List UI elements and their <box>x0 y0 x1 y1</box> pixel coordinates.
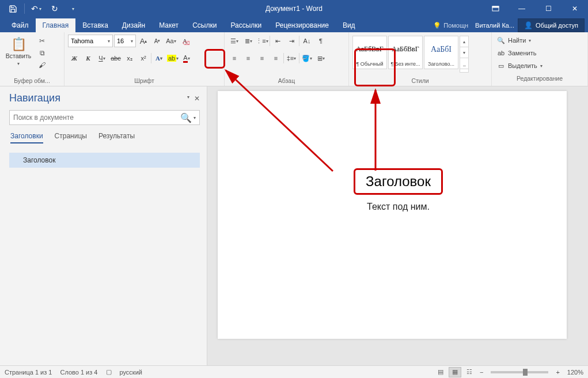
multilevel-button[interactable]: ⋮≡▾ <box>256 35 268 47</box>
paste-button[interactable]: 📋 Вставить▾ <box>3 35 33 74</box>
tab-review[interactable]: Рецензирование <box>268 18 336 32</box>
grow-font-button[interactable]: A▴ <box>137 35 150 47</box>
work-area: Навигация ▾ ✕ 🔍 ▾ Заголовки Страницы Рез… <box>0 86 588 365</box>
zoom-level[interactable]: 120% <box>567 369 583 376</box>
search-icon[interactable]: 🔍 <box>180 112 192 123</box>
increase-indent-button[interactable]: ⇥ <box>285 35 298 47</box>
show-marks-button[interactable]: ¶ <box>314 35 327 47</box>
bold-button[interactable]: Ж <box>68 52 81 65</box>
line-spacing-button[interactable]: ‡≡▾ <box>285 52 298 65</box>
group-label-clipboard: Буфер обм... <box>0 76 64 86</box>
status-page[interactable]: Страница 1 из 1 <box>5 369 52 376</box>
decrease-indent-button[interactable]: ⇤ <box>271 35 284 47</box>
status-language[interactable]: русский <box>120 369 142 376</box>
nav-search-input[interactable] <box>13 114 180 122</box>
tell-me[interactable]: 💡Помощн <box>430 19 472 32</box>
undo-button[interactable]: ↶▾ <box>28 1 44 16</box>
tab-mailings[interactable]: Рассылки <box>223 18 268 32</box>
nav-options-button[interactable]: ▾ <box>187 94 189 103</box>
replace-icon: ab <box>497 50 505 56</box>
numbering-button[interactable]: ≣▾ <box>242 35 255 47</box>
user-name[interactable]: Виталий Ка... <box>472 19 518 32</box>
select-button[interactable]: ▭Выделить ▾ <box>495 60 584 71</box>
view-read-button[interactable]: ▤ <box>434 367 447 377</box>
search-icon: 🔍 <box>497 37 505 44</box>
svg-rect-1 <box>492 6 499 7</box>
window-controls: — ☐ ✕ <box>482 0 588 17</box>
status-bar: Страница 1 из 1 Слово 1 из 4 ▢ русский ▤… <box>0 365 588 378</box>
close-button[interactable]: ✕ <box>562 0 588 17</box>
align-left-button[interactable]: ≡ <box>228 52 241 65</box>
tab-view[interactable]: Вид <box>336 18 362 32</box>
minimize-button[interactable]: — <box>509 0 535 17</box>
styles-gallery-more[interactable]: ▴▾⎯ <box>460 36 469 73</box>
bullets-button[interactable]: ☰▾ <box>228 35 241 47</box>
nav-search-more[interactable]: ▾ <box>194 115 196 120</box>
redo-button[interactable]: ↻ <box>47 1 63 16</box>
format-painter-button[interactable]: 🖌 <box>36 59 48 71</box>
text-effects-button[interactable]: A▾ <box>153 52 165 65</box>
change-case-button[interactable]: Aa▾ <box>165 35 177 47</box>
font-name-combo[interactable]: Tahoma▾ <box>68 35 113 47</box>
find-button[interactable]: 🔍Найти ▾ <box>495 35 584 46</box>
person-icon: 👤 <box>524 21 533 29</box>
borders-button[interactable]: ⊞▾ <box>314 52 327 65</box>
nav-search[interactable]: 🔍 ▾ <box>9 110 200 125</box>
group-styles: АаБбВвГ¶ Обычный АаБбВвГ¶ Без инте... Аа… <box>349 32 492 86</box>
document-page[interactable] <box>218 91 567 339</box>
strike-button[interactable]: abc <box>109 52 122 65</box>
cut-button[interactable]: ✂ <box>36 35 48 47</box>
title-bar: ↶▾ ↻ ▾ Документ1 - Word — ☐ ✕ <box>0 0 588 17</box>
align-center-button[interactable]: ≡ <box>242 52 255 65</box>
nav-tab-pages[interactable]: Страницы <box>55 132 87 143</box>
tab-file[interactable]: Файл <box>5 18 36 32</box>
superscript-button[interactable]: x² <box>137 52 150 65</box>
tab-design[interactable]: Дизайн <box>115 18 152 32</box>
tab-insert[interactable]: Вставка <box>75 18 115 32</box>
replace-button[interactable]: abЗаменить <box>495 47 584 59</box>
view-print-button[interactable]: ▦ <box>449 367 461 377</box>
group-clipboard: 📋 Вставить▾ ✂ ⧉ 🖌 Буфер обм... <box>0 32 65 86</box>
ribbon-options-button[interactable] <box>482 0 509 17</box>
underline-button[interactable]: Ч▾ <box>96 52 108 65</box>
sort-button[interactable]: A↓ <box>301 35 313 47</box>
maximize-button[interactable]: ☐ <box>535 0 562 17</box>
nav-close-button[interactable]: ✕ <box>194 94 200 103</box>
status-words[interactable]: Слово 1 из 4 <box>60 369 97 376</box>
nav-title: Навигация <box>9 92 60 104</box>
justify-button[interactable]: ≡ <box>270 52 282 65</box>
clear-formatting-button[interactable]: A⌫ <box>179 35 191 47</box>
nav-tab-headings[interactable]: Заголовки <box>10 132 43 143</box>
nav-tab-results[interactable]: Результаты <box>98 132 135 143</box>
view-web-button[interactable]: ☷ <box>463 367 476 377</box>
zoom-out-button[interactable]: − <box>477 369 485 376</box>
style-normal[interactable]: АаБбВвГ¶ Обычный <box>352 36 387 69</box>
highlight-button[interactable]: ab▾ <box>166 52 179 65</box>
font-color-button[interactable]: A▾ <box>180 52 193 65</box>
navigation-pane: Навигация ▾ ✕ 🔍 ▾ Заголовки Страницы Рез… <box>0 86 207 365</box>
nav-tabs: Заголовки Страницы Результаты <box>9 132 200 143</box>
italic-button[interactable]: К <box>82 52 94 65</box>
zoom-in-button[interactable]: + <box>553 369 562 376</box>
font-size-combo[interactable]: 16▾ <box>114 35 136 47</box>
styles-gallery[interactable]: АаБбВвГ¶ Обычный АаБбВвГ¶ Без инте... Аа… <box>351 35 470 74</box>
shading-button[interactable]: 🪣▾ <box>301 52 313 65</box>
copy-button[interactable]: ⧉ <box>36 47 48 59</box>
document-area[interactable] <box>207 86 588 365</box>
status-proofing[interactable]: ▢ <box>106 368 112 376</box>
zoom-slider[interactable] <box>491 371 548 373</box>
qat-customize-button[interactable]: ▾ <box>65 1 81 16</box>
style-no-spacing[interactable]: АаБбВвГ¶ Без инте... <box>388 36 423 69</box>
subscript-button[interactable]: x₂ <box>123 52 136 65</box>
tab-references[interactable]: Ссылки <box>185 18 223 32</box>
tab-home[interactable]: Главная <box>36 18 76 32</box>
style-heading-1[interactable]: АаБбІЗаголово... <box>424 36 458 69</box>
save-button[interactable] <box>5 1 21 16</box>
bulb-icon: 💡 <box>433 22 441 29</box>
align-right-button[interactable]: ≡ <box>256 52 268 65</box>
share-button[interactable]: 👤Общий доступ <box>518 18 585 32</box>
tab-layout[interactable]: Макет <box>152 18 185 32</box>
cursor-icon: ▭ <box>497 62 505 70</box>
shrink-font-button[interactable]: A▾ <box>151 35 164 47</box>
nav-heading-item[interactable]: Заголовок <box>9 153 200 168</box>
